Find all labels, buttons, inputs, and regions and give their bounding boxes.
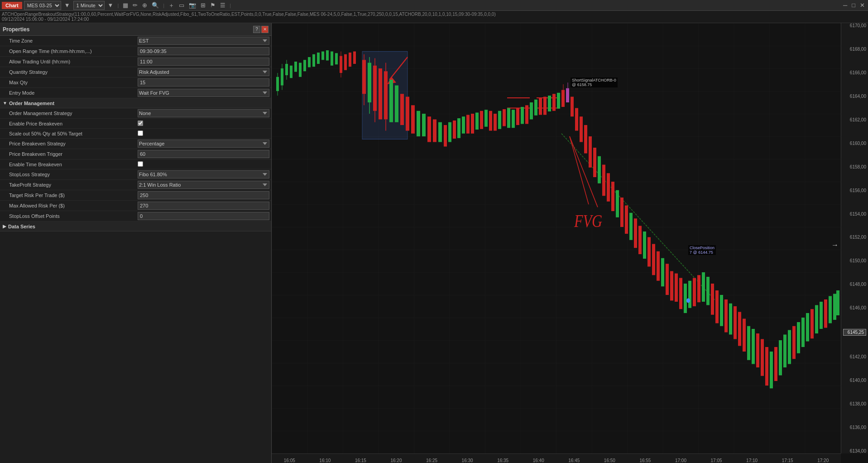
property-row: Target Risk Per Trade ($)	[0, 190, 271, 201]
crosshair-icon[interactable]: ⊕	[141, 2, 149, 9]
plus-icon[interactable]: ＋	[167, 1, 176, 10]
svg-rect-69	[484, 110, 488, 127]
properties-title: Properties	[3, 26, 29, 33]
toolbar: Chart MES 03-25 ▼ 1 Minute ▼ | ▦ ✏ ⊕ 🔍 |…	[0, 0, 868, 11]
property-label: TakeProfit Strategy	[0, 181, 136, 188]
property-row: Order Management StrategyNoneBasicAdvanc…	[0, 108, 271, 119]
maximize-icon[interactable]: □	[850, 2, 857, 9]
property-value[interactable]: ESTCSTPST	[136, 36, 271, 45]
svg-rect-137	[779, 340, 782, 376]
svg-rect-96	[598, 156, 601, 183]
svg-rect-128	[738, 312, 741, 346]
property-value[interactable]: Fibo 61.80%FixedATR	[136, 170, 271, 179]
property-value[interactable]	[136, 130, 271, 137]
price-6160: 6160,00	[841, 141, 868, 146]
pencil-icon[interactable]: ✏	[131, 2, 139, 9]
svg-rect-47	[384, 71, 388, 119]
svg-rect-108	[652, 244, 655, 275]
strategy-title: ATCHOpenRangeBreakoutStrategy(11:00,0,60…	[2, 12, 866, 17]
svg-rect-37	[362, 60, 366, 94]
svg-rect-30	[335, 53, 338, 64]
timeframe-select[interactable]: 1 Minute	[73, 1, 105, 10]
property-value[interactable]	[136, 120, 271, 127]
property-row: StopLoss Offset Points	[0, 211, 271, 222]
property-value[interactable]: 2:1 Win Loss RatioFixedATR	[136, 180, 271, 189]
symbol-select[interactable]: MES 03-25	[24, 1, 61, 10]
properties-help-button[interactable]: ?	[253, 26, 260, 33]
svg-rect-113	[675, 274, 678, 302]
svg-rect-134	[765, 347, 768, 386]
section-header[interactable]: ▼Order Management	[0, 98, 271, 108]
svg-rect-105	[638, 226, 642, 255]
svg-rect-79	[530, 102, 533, 120]
barchart-icon[interactable]: ▦	[121, 2, 129, 9]
property-row: Open Range Time (hh:mm-hh:mm,...)	[0, 46, 271, 57]
chart-button[interactable]: Chart	[2, 2, 22, 9]
properties-header: Properties ? ✕	[0, 23, 271, 36]
price-6152: 6152,00	[841, 235, 868, 240]
svg-rect-120	[702, 272, 705, 302]
svg-rect-92	[580, 116, 583, 142]
property-value[interactable]	[136, 57, 271, 66]
svg-rect-114	[679, 278, 682, 309]
section-arrow: ▶	[3, 224, 6, 229]
flag-icon[interactable]: ⚑	[209, 2, 217, 9]
property-value[interactable]: PercentagePoints	[136, 139, 271, 148]
property-value[interactable]: NoneBasicAdvanced	[136, 109, 271, 118]
property-label: Price Breakeven Strategy	[0, 140, 136, 147]
svg-rect-84	[552, 94, 556, 111]
property-value[interactable]	[136, 212, 271, 221]
property-row: Entry ModeWait For FVGImmediateLimit	[0, 88, 271, 98]
svg-rect-56	[422, 114, 426, 136]
list-icon[interactable]: ☰	[219, 2, 227, 9]
svg-rect-64	[462, 116, 465, 134]
price-6154: 6154,00	[841, 212, 868, 217]
properties-scroll[interactable]: Time ZoneESTCSTPSTOpen Range Time (hh:mm…	[0, 36, 271, 463]
svg-rect-97	[602, 165, 605, 196]
close-window-icon[interactable]: ✕	[858, 2, 866, 9]
property-value[interactable]	[136, 78, 271, 87]
property-value[interactable]: Wait For FVGImmediateLimit	[136, 88, 271, 97]
property-value[interactable]	[136, 161, 271, 168]
svg-rect-46	[379, 68, 382, 120]
section-header[interactable]: ▶Data Series	[0, 222, 271, 232]
svg-rect-77	[521, 107, 524, 124]
minimize-icon[interactable]: ─	[842, 2, 849, 9]
property-value[interactable]	[136, 150, 271, 159]
price-6146: 6146,00	[841, 305, 868, 310]
strategy-bar: ATCHOpenRangeBreakoutStrategy(11:00,0,60…	[0, 11, 868, 23]
time-1650: 16:50	[592, 458, 628, 463]
property-label: Target Risk Per Trade ($)	[0, 192, 136, 199]
svg-rect-52	[400, 94, 404, 125]
svg-rect-91	[575, 108, 578, 131]
svg-rect-102	[625, 206, 628, 234]
nav-right-arrow[interactable]: →	[831, 241, 839, 249]
svg-rect-144	[810, 309, 814, 338]
expand-icon2[interactable]: ▼	[106, 2, 115, 9]
property-value[interactable]	[136, 201, 271, 210]
svg-rect-116	[688, 281, 691, 308]
properties-close-button[interactable]: ✕	[261, 26, 269, 33]
svg-rect-148	[829, 296, 832, 323]
svg-rect-132	[756, 333, 759, 367]
time-1605: 16:05	[272, 458, 307, 463]
svg-rect-133	[761, 339, 764, 376]
property-value[interactable]	[136, 191, 271, 200]
svg-rect-22	[299, 63, 302, 77]
svg-rect-62	[453, 121, 456, 139]
svg-rect-146	[820, 302, 823, 329]
svg-rect-73	[503, 109, 506, 126]
svg-rect-93	[584, 125, 587, 154]
property-label: Enable Time Breakeven	[0, 161, 136, 168]
camera-icon[interactable]: 📷	[187, 2, 197, 9]
rectangle-icon[interactable]: ▭	[177, 2, 186, 9]
property-row: Price Breakeven StrategyPercentagePoints	[0, 139, 271, 149]
price-6166: 6166,00	[841, 70, 868, 75]
property-value[interactable]: Risk AdjustedFixedPercent	[136, 68, 271, 77]
grid-icon[interactable]: ⊞	[199, 2, 207, 9]
property-label: StopLoss Offset Points	[0, 212, 136, 220]
property-value[interactable]	[136, 47, 271, 56]
expand-icon[interactable]: ▼	[63, 2, 72, 9]
property-row: Enable Price Breakeven	[0, 119, 271, 129]
zoomin-icon[interactable]: 🔍	[150, 2, 160, 9]
